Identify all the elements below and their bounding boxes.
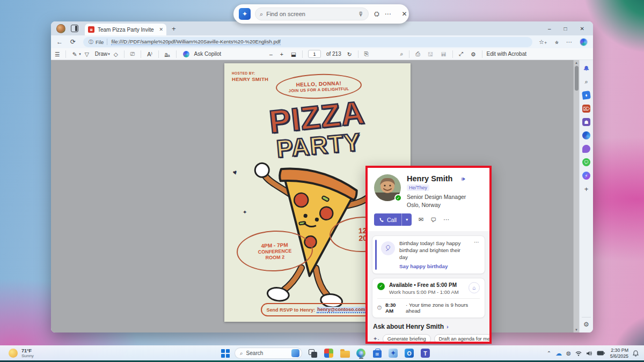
- call-options-chevron-icon[interactable]: ▼: [401, 213, 412, 226]
- teams-icon[interactable]: T: [420, 348, 431, 359]
- maximize-button[interactable]: □: [564, 26, 567, 32]
- volume-icon[interactable]: [586, 351, 592, 356]
- sidebar-settings-icon[interactable]: ⚙︎: [583, 321, 589, 328]
- taskbar-search-box[interactable]: ⌕ Search: [235, 348, 302, 359]
- notification-bell-icon[interactable]: [633, 350, 639, 357]
- sidebar-add-icon[interactable]: +: [582, 185, 590, 193]
- task-view-button[interactable]: [307, 348, 318, 359]
- chip-generate-briefing[interactable]: Generate briefing: [383, 334, 431, 342]
- translate-icon[interactable]: a̲ₐ: [165, 51, 170, 57]
- zoom-out-icon[interactable]: –: [269, 51, 273, 57]
- url-text[interactable]: file:///D:/PDF/sample%20pdf/William%20Sa…: [111, 39, 280, 45]
- security-icon[interactable]: ◍: [566, 350, 571, 356]
- new-tab-button[interactable]: +: [172, 25, 176, 33]
- more-options-icon[interactable]: ⋯: [385, 10, 391, 18]
- taskbar-clock[interactable]: 2:30 PM 5/6/2025: [610, 348, 628, 359]
- work-from-home-icon: ⌂: [469, 282, 480, 293]
- fullscreen-icon[interactable]: ⤢: [459, 50, 463, 57]
- divider: [482, 50, 482, 58]
- fit-to-width-icon[interactable]: ⬓: [291, 51, 296, 57]
- more-actions-icon[interactable]: ⋯: [443, 216, 449, 223]
- clock-icon: 🕔︎: [377, 305, 382, 311]
- community-icon[interactable]: [582, 145, 590, 153]
- birthday-more-icon[interactable]: ⋯: [474, 239, 480, 245]
- collections-icon[interactable]: ⭐︎: [555, 39, 559, 46]
- tools-icon[interactable]: ⌦: [582, 105, 590, 113]
- pronounce-name-icon[interactable]: 🕪︎: [461, 175, 465, 182]
- page-info-icon[interactable]: ⓘ: [89, 39, 93, 46]
- chevron-down-icon[interactable]: ▾: [79, 52, 81, 56]
- notifications-bell-icon[interactable]: 🔔︎: [582, 64, 590, 72]
- email-icon[interactable]: ✉: [419, 216, 423, 223]
- settings-icon[interactable]: ⛭: [374, 10, 379, 18]
- highlighter-icon[interactable]: ▽: [85, 51, 89, 57]
- copilot-app-icon[interactable]: ✦: [387, 348, 399, 359]
- rsvp-email-link[interactable]: henry@contoso.com: [317, 307, 365, 313]
- url-field[interactable]: ⓘ File file:///D:/PDF/sample%20pdf/Willi…: [83, 37, 532, 47]
- copilot-icon[interactable]: [580, 38, 588, 46]
- file-explorer-icon[interactable]: [339, 348, 350, 359]
- start-button[interactable]: [221, 349, 230, 358]
- divider: [65, 50, 66, 58]
- chevron-right-icon[interactable]: ›: [447, 323, 449, 330]
- print-icon[interactable]: ⎙: [415, 50, 420, 57]
- chat-icon[interactable]: 🗩︎: [430, 217, 436, 223]
- onedrive-icon[interactable]: ☁: [555, 350, 562, 357]
- microsoft-365-icon[interactable]: [582, 131, 590, 139]
- favorite-star-icon[interactable]: ☆₊: [539, 39, 547, 46]
- scroll-up-icon[interactable]: ▲: [575, 61, 578, 64]
- browser-profile-avatar[interactable]: [56, 24, 65, 33]
- edge-taskbar-icon[interactable]: [355, 348, 367, 359]
- page-view-icon[interactable]: ⎘: [364, 50, 369, 57]
- ask-copilot-button[interactable]: Ask Copilot: [194, 51, 222, 57]
- tab-actions-icon[interactable]: [71, 25, 78, 32]
- divider: [124, 50, 125, 58]
- chip-draft-agenda[interactable]: Draft an agenda for meeting: [434, 334, 489, 342]
- say-happy-birthday-link[interactable]: Say happy birthday: [399, 263, 468, 269]
- sidebar-search-icon[interactable]: ⌕: [582, 78, 590, 86]
- battery-icon[interactable]: [597, 351, 605, 356]
- ask-about-section[interactable]: Ask about Henry Smith ›: [372, 323, 485, 330]
- pdf-settings-icon[interactable]: ⚙︎: [471, 51, 475, 57]
- hidden-icons-chevron[interactable]: ⌃: [547, 350, 551, 356]
- whatsapp-icon[interactable]: 🗩︎: [582, 158, 590, 166]
- close-icon[interactable]: ✕: [402, 10, 407, 18]
- shopping-icon[interactable]: ⬧: [582, 91, 591, 100]
- pdf-scrollbar[interactable]: ▲ ▼: [573, 60, 579, 333]
- messenger-icon[interactable]: ⚡︎: [582, 172, 590, 180]
- refresh-icon[interactable]: ⟳: [70, 38, 76, 46]
- scroll-down-icon[interactable]: ▼: [575, 328, 578, 331]
- wifi-icon[interactable]: [575, 351, 582, 356]
- edit-with-acrobat-button[interactable]: Edit with Acrobat: [487, 51, 526, 57]
- photos-app-icon[interactable]: [323, 348, 334, 359]
- tab-close-icon[interactable]: ✕: [159, 27, 163, 32]
- add-text-icon[interactable]: ⎚: [130, 50, 135, 57]
- close-button[interactable]: ✕: [580, 26, 584, 32]
- weather-widget[interactable]: 71°F Sunny: [9, 348, 34, 359]
- microsoft-store-icon[interactable]: ⊞: [371, 348, 383, 359]
- call-split-button[interactable]: Call ▼: [374, 213, 412, 226]
- avatar[interactable]: ✓: [374, 174, 401, 201]
- microphone-icon[interactable]: 🎙︎: [358, 11, 364, 17]
- rsvp-label: Send RSVP to Henry:: [266, 307, 315, 313]
- search-document-icon[interactable]: ⌕: [400, 50, 403, 57]
- outlook-icon[interactable]: O: [404, 348, 415, 359]
- find-on-screen-input[interactable]: ⌕ Find on screen 🎙︎: [255, 8, 369, 20]
- minimize-button[interactable]: –: [548, 26, 551, 32]
- table-of-contents-icon[interactable]: ☰: [55, 51, 60, 57]
- zoom-in-icon[interactable]: +: [280, 51, 283, 57]
- eraser-icon[interactable]: ◇: [114, 51, 118, 57]
- games-people-icon[interactable]: ☗: [582, 118, 590, 126]
- browser-menu-icon[interactable]: ⋯: [566, 39, 572, 46]
- scrollbar-thumb[interactable]: [575, 66, 579, 91]
- click-to-do-icon[interactable]: ✦: [239, 8, 251, 20]
- pen-icon[interactable]: ✎: [72, 51, 77, 57]
- page-number-input[interactable]: 1: [308, 50, 321, 58]
- chevron-down-icon[interactable]: ▾: [108, 52, 110, 56]
- call-button[interactable]: Call: [374, 213, 401, 226]
- rotate-icon[interactable]: ↻: [347, 51, 352, 57]
- draw-button[interactable]: Draw: [95, 51, 107, 57]
- tab-team-pizza-party[interactable]: ▤ Team Pizza Party Invite ✕: [85, 24, 166, 35]
- back-icon[interactable]: ←: [56, 38, 63, 46]
- read-aloud-icon[interactable]: A⁾: [147, 51, 152, 57]
